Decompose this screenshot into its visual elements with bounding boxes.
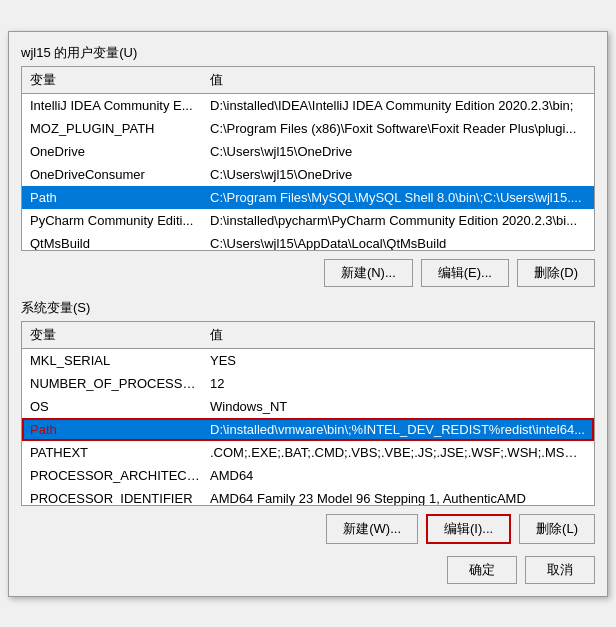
row-val: D:\installed\vmware\bin\;%INTEL_DEV_REDI… (206, 420, 590, 439)
table-row[interactable]: OSWindows_NT (22, 395, 594, 418)
row-val: Windows_NT (206, 397, 590, 416)
sys-edit-button[interactable]: 编辑(I)... (426, 514, 511, 544)
row-var: MKL_SERIAL (26, 351, 206, 370)
sys-table-body[interactable]: MKL_SERIALYESNUMBER_OF_PROCESSORS12OSWin… (22, 349, 594, 506)
sys-section-label: 系统变量(S) (21, 299, 595, 317)
row-val: C:\Users\wjl15\OneDrive (206, 165, 590, 184)
table-row[interactable]: PROCESSOR_IDENTIFIERAMD64 Family 23 Mode… (22, 487, 594, 506)
cancel-button[interactable]: 取消 (525, 556, 595, 584)
table-row[interactable]: OneDriveC:\Users\wjl15\OneDrive (22, 140, 594, 163)
row-var: Path (26, 420, 206, 439)
user-edit-button[interactable]: 编辑(E)... (421, 259, 509, 287)
bottom-button-row: 确定 取消 (21, 556, 595, 584)
row-val: AMD64 Family 23 Model 96 Stepping 1, Aut… (206, 489, 590, 506)
row-val: YES (206, 351, 590, 370)
user-col-var: 变量 (26, 69, 206, 91)
row-var: OS (26, 397, 206, 416)
row-var: PyCharm Community Editi... (26, 211, 206, 230)
user-section-label: wjl15 的用户变量(U) (21, 44, 595, 62)
row-val: C:\Users\wjl15\AppData\Local\QtMsBuild (206, 234, 590, 251)
table-row[interactable]: PATHEXT.COM;.EXE;.BAT;.CMD;.VBS;.VBE;.JS… (22, 441, 594, 464)
sys-button-row: 新建(W)... 编辑(I)... 删除(L) (21, 514, 595, 544)
row-var: OneDrive (26, 142, 206, 161)
row-var: NUMBER_OF_PROCESSORS (26, 374, 206, 393)
table-row[interactable]: QtMsBuildC:\Users\wjl15\AppData\Local\Qt… (22, 232, 594, 251)
user-table-header: 变量 值 (22, 67, 594, 94)
row-var: IntelliJ IDEA Community E... (26, 96, 206, 115)
row-val: AMD64 (206, 466, 590, 485)
table-row[interactable]: PROCESSOR_ARCHITECT...AMD64 (22, 464, 594, 487)
row-val: C:\Program Files (x86)\Foxit Software\Fo… (206, 119, 590, 138)
row-val: 12 (206, 374, 590, 393)
sys-new-button[interactable]: 新建(W)... (326, 514, 418, 544)
row-val: .COM;.EXE;.BAT;.CMD;.VBS;.VBE;.JS;.JSE;.… (206, 443, 590, 462)
row-val: C:\Users\wjl15\OneDrive (206, 142, 590, 161)
row-var: PATHEXT (26, 443, 206, 462)
row-var: PROCESSOR_IDENTIFIER (26, 489, 206, 506)
env-variables-dialog: wjl15 的用户变量(U) 变量 值 IntelliJ IDEA Commun… (8, 31, 608, 597)
user-delete-button[interactable]: 删除(D) (517, 259, 595, 287)
user-col-val: 值 (206, 69, 590, 91)
row-var: Path (26, 188, 206, 207)
table-row[interactable]: IntelliJ IDEA Community E...D:\installed… (22, 94, 594, 117)
user-vars-table: 变量 值 IntelliJ IDEA Community E...D:\inst… (21, 66, 595, 251)
row-val: C:\Program Files\MySQL\MySQL Shell 8.0\b… (206, 188, 590, 207)
row-var: OneDriveConsumer (26, 165, 206, 184)
table-row[interactable]: OneDriveConsumerC:\Users\wjl15\OneDrive (22, 163, 594, 186)
table-row[interactable]: MOZ_PLUGIN_PATHC:\Program Files (x86)\Fo… (22, 117, 594, 140)
row-val: D:\installed\IDEA\IntelliJ IDEA Communit… (206, 96, 590, 115)
sys-vars-table: 变量 值 MKL_SERIALYESNUMBER_OF_PROCESSORS12… (21, 321, 595, 506)
row-var: PROCESSOR_ARCHITECT... (26, 466, 206, 485)
table-row[interactable]: NUMBER_OF_PROCESSORS12 (22, 372, 594, 395)
table-row[interactable]: PathD:\installed\vmware\bin\;%INTEL_DEV_… (22, 418, 594, 441)
table-row[interactable]: MKL_SERIALYES (22, 349, 594, 372)
ok-button[interactable]: 确定 (447, 556, 517, 584)
row-val: D:\installed\pycharm\PyCharm Community E… (206, 211, 590, 230)
sys-table-header: 变量 值 (22, 322, 594, 349)
sys-col-var: 变量 (26, 324, 206, 346)
user-button-row: 新建(N)... 编辑(E)... 删除(D) (21, 259, 595, 287)
table-row[interactable]: PyCharm Community Editi...D:\installed\p… (22, 209, 594, 232)
sys-delete-button[interactable]: 删除(L) (519, 514, 595, 544)
row-var: MOZ_PLUGIN_PATH (26, 119, 206, 138)
table-row[interactable]: PathC:\Program Files\MySQL\MySQL Shell 8… (22, 186, 594, 209)
sys-col-val: 值 (206, 324, 590, 346)
user-new-button[interactable]: 新建(N)... (324, 259, 413, 287)
row-var: QtMsBuild (26, 234, 206, 251)
user-table-body[interactable]: IntelliJ IDEA Community E...D:\installed… (22, 94, 594, 251)
